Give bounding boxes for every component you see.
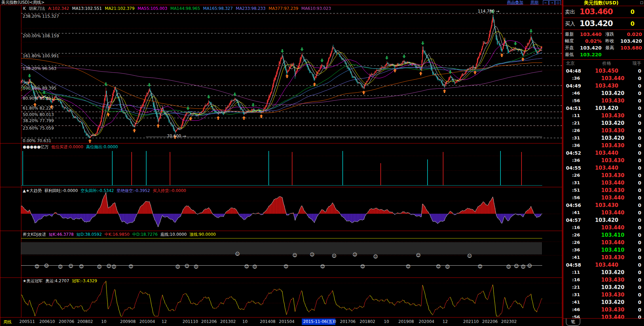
panel-title-part: ★奥运冠军 [23,279,43,283]
tick-time: 04:58 [563,261,590,269]
tick-row[interactable]: 04:48103.4500 [563,67,644,75]
quote-stat-row: 开盘103.420最高103.680 [563,44,644,51]
tick-row[interactable]: :31103.4200 [563,134,644,142]
panel-title-part: 中K:16.9850 [105,232,130,237]
panel-title-kdj: 界文KDJ改进短K:46.3778短D:38.0592中K:16.9850中D:… [23,232,219,237]
stat-value: 103.220 [579,51,604,58]
tick-time: :56 [563,97,596,104]
quote-titlebar: 美元指数(USD) □ [563,0,644,6]
tick-volume: 0 [630,90,644,97]
tick-volume: 0 [630,142,644,149]
tick-row[interactable]: :31103.4400 [563,179,644,187]
col-price: 价格 [590,60,624,67]
stat-label: 昨收 [604,38,620,44]
fib-level-label: 238.20% 115.327 [23,14,59,18]
tick-volume: 0 [624,261,644,269]
panel-title-part: 空头回补:-0.5342 [80,188,114,193]
tick-volume: 0 [630,119,644,127]
tick-row[interactable]: :11103.4200 [563,269,644,276]
time-axis-label: 202004 [419,319,434,324]
stat-cell: 最低103.220 [563,51,604,58]
bid-volume: 0 [630,20,634,27]
tick-tab[interactable]: 笔 [566,319,580,326]
tick-row[interactable]: 04:55103.4400 [563,164,644,172]
tick-row[interactable]: :46103.4200 [563,90,644,97]
tick-price: 103.440 [590,261,624,269]
stat-label: 开盘 [563,44,579,51]
smiley-marker: ☺ [69,264,73,269]
ask-label: 卖出 [565,9,575,15]
panel-title-aoyun: ★奥运冠军奥运:4.2707冠军:-3.4329 [23,279,100,283]
time-axis[interactable]: 周线 2015-11-06(五) 20051120061020070620080… [0,318,563,326]
time-axis-label: 200802 [77,319,93,324]
tick-volume: 0 [624,216,644,224]
tick-volume: 0 [630,179,644,187]
historic-low-annotation: 70.600 → [167,134,186,138]
quote-panel: 美元指数(USD) □ 卖出 103.460 0 买入 103.420 0 最新… [563,0,644,326]
tick-row[interactable]: 04:51103.4200 [563,104,644,112]
tick-row[interactable]: 04:58103.4400 [563,261,644,269]
tick-volume: 0 [630,231,644,239]
tick-row[interactable]: :26103.4400 [563,239,644,246]
tick-row[interactable]: 04:49103.4300 [563,82,644,90]
tick-row[interactable]: :36103.4100 [563,246,644,254]
tick-row[interactable]: :26103.4100 [563,231,644,239]
tick-time: 04:57 [563,216,590,224]
stat-cell: 幅度0.02% [563,38,604,44]
tick-time: :36 [563,142,596,149]
tick-row[interactable]: :36103.4300 [563,157,644,164]
tick-row[interactable]: 04:52103.4400 [563,149,644,157]
chart-canvas[interactable]: ☺☺☺☺☺☺☺☺☺☺☺☺☺☺☺☺☺☺☺☺☺☺☺☺☺☺☺☺☺☺☺☺☺ [0,0,563,326]
time-axis-label: 202110 [463,319,479,324]
ask-row[interactable]: 卖出 103.460 0 [563,6,644,18]
tick-price: 103.440 [596,224,630,231]
smiley-marker: ☺ [445,264,450,269]
chart-area: 美元指数(USD)<周线> 商品叠加 周期 ← → ◫ K胡家刀法A:102.3… [0,0,563,326]
tick-row[interactable]: :36103.4400 [563,75,644,82]
tick-time: :56 [563,194,596,202]
fib-level-label: 161.80% 100.991 [23,54,59,58]
tick-time: :16 [563,224,596,231]
tick-row[interactable]: :46103.4300 [563,306,644,313]
tick-row[interactable]: :11103.4300 [563,112,644,119]
time-axis-label: 202302 [501,319,517,324]
smiley-marker: ☺ [527,263,532,268]
kd-gray-band [21,242,542,254]
selected-date-highlight[interactable]: 2015-11-06(五) [302,319,335,325]
tick-row[interactable]: :16103.4400 [563,224,644,231]
tick-time: :11 [563,112,596,119]
ask-price: 103.460 [580,7,613,16]
tick-row[interactable]: :26103.4300 [563,127,644,134]
tick-price: 103.430 [596,187,630,194]
tick-volume: 0 [630,291,644,299]
tick-volume: 0 [630,239,644,246]
tick-row[interactable]: :56103.4300 [563,97,644,104]
tick-price: 103.440 [590,149,624,157]
tick-time: :31 [563,134,596,142]
smiley-marker: ☺ [360,264,365,269]
tick-row[interactable]: :41103.4400 [563,209,644,216]
smiley-marker: ☺ [284,264,288,269]
panel-title-daqushi: ▲★大趋势获利回吐:-0.0000空头回补:-0.5342坚绝做空:-0.395… [23,189,189,193]
tick-row[interactable]: 04:56103.4300 [563,202,644,209]
time-sales-list[interactable]: 04:48103.4500:36103.440004:49103.4300:46… [563,67,644,321]
bid-row[interactable]: 买入 103.420 0 [563,18,644,30]
tick-row[interactable]: :51103.4300 [563,187,644,194]
stat-value: 103.680 [620,44,644,51]
tick-row[interactable]: :21103.4200 [563,119,644,127]
smiley-marker: ☺ [44,263,49,268]
panel-corner-icon[interactable]: □ [640,1,643,4]
tick-row[interactable]: :31103.4300 [563,291,644,299]
panel-title-part: 坚绝做空:-0.3952 [117,188,150,193]
stat-cell: 最新103.440 [563,31,604,38]
tick-row[interactable]: :36103.4300 [563,142,644,149]
tick-row[interactable]: :26103.4300 [563,172,644,179]
tick-time: 04:49 [563,82,590,90]
tick-row[interactable]: :21103.4200 [563,284,644,291]
tick-row[interactable]: 04:57103.4200 [563,216,644,224]
tick-row[interactable]: :41103.4300 [563,254,644,261]
tick-row[interactable]: :16103.4300 [563,276,644,284]
col-volume: 现手 [624,60,644,67]
tick-row[interactable]: :41103.4200 [563,299,644,306]
tick-row[interactable]: :56103.4400 [563,194,644,202]
